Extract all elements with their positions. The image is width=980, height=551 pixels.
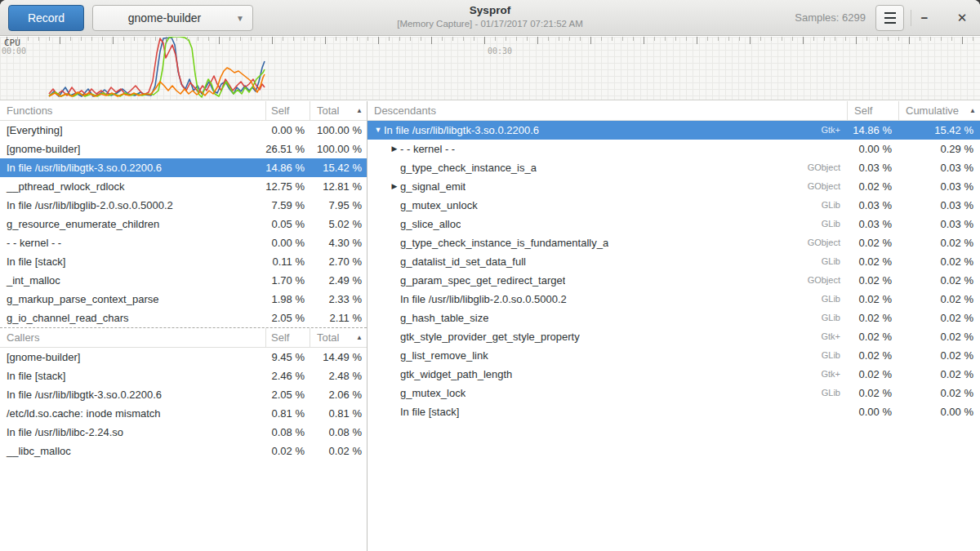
tree-row[interactable]: gtk_style_provider_get_style_propertyGtk… (368, 327, 980, 346)
tree-row[interactable]: g_list_remove_linkGLib0.02 %0.02 % (368, 346, 980, 365)
table-row[interactable]: In file [stack]2.46 %2.48 % (0, 367, 367, 385)
ruler-tick (516, 37, 517, 41)
cpu-graph[interactable]: CPU 00:00 00:30 (0, 37, 980, 100)
table-row[interactable]: g_markup_parse_context_parse1.98 %2.33 % (0, 290, 367, 309)
ruler-tick (208, 37, 209, 41)
expander-icon[interactable]: ▶ (389, 177, 400, 196)
functions-total-column-header[interactable]: Total ▲ (310, 101, 367, 120)
tree-row[interactable]: gtk_widget_path_lengthGtk+0.02 %0.02 % (368, 365, 980, 384)
ruler-tick (219, 37, 220, 44)
callers-column-header[interactable]: Callers (0, 328, 265, 347)
cell-cumulative: 0.03 % (898, 158, 980, 177)
cumulative-label: Cumulative (906, 101, 959, 120)
library-badge: GLib (822, 309, 847, 327)
minimize-button[interactable]: − (915, 8, 934, 28)
cell-self: 1.98 % (265, 290, 310, 309)
table-row[interactable]: In file /usr/lib/libgtk-3.so.0.2200.62.0… (0, 385, 367, 404)
callers-self-column-header[interactable]: Self (265, 328, 310, 347)
sysprof-window: Record gnome-builder ▼ Sysprof [Memory C… (0, 0, 980, 551)
table-row[interactable]: - - kernel - -0.00 %4.30 % (0, 233, 367, 252)
table-row[interactable]: [gnome-builder]26.51 %100.00 % (0, 140, 367, 158)
cell-cumulative: 0.03 % (898, 215, 980, 233)
descendants-cumulative-column-header[interactable]: Cumulative ▲ (898, 101, 980, 120)
tree-row[interactable]: In file [stack]0.00 %0.00 % (368, 402, 980, 421)
record-button[interactable]: Record (8, 5, 84, 31)
tree-row[interactable]: g_type_check_instance_is_fundamentally_a… (368, 233, 980, 252)
cell-function-name: In file /usr/lib/libglib-2.0.so.0.5000.2 (0, 196, 265, 215)
tree-row[interactable]: g_mutex_lockGLib0.02 %0.02 % (368, 384, 980, 402)
tree-row[interactable]: g_datalist_id_set_data_fullGLib0.02 %0.0… (368, 252, 980, 271)
cell-self: 0.02 % (847, 309, 898, 327)
tree-row[interactable]: ▼In file /usr/lib/libgtk-3.so.0.2200.6Gt… (368, 121, 980, 140)
sort-ascending-icon: ▲ (969, 101, 976, 120)
ruler-tick (113, 37, 114, 44)
table-row[interactable]: /etc/ld.so.cache: inode mismatch0.81 %0.… (0, 404, 367, 423)
ruler-tick (686, 37, 687, 41)
ruler-tick (537, 37, 538, 44)
cell-function-name: g_mutex_unlockGLib (368, 196, 847, 215)
table-row[interactable]: In file /usr/lib/libc-2.24.so0.08 %0.08 … (0, 423, 367, 442)
cpu-green-line (49, 37, 265, 97)
ruler-tick (123, 37, 124, 41)
cell-total: 15.42 % (310, 158, 367, 177)
functions-self-column-header[interactable]: Self (265, 101, 310, 120)
cell-function-name: [gnome-builder] (0, 348, 265, 367)
cell-function-name: g_list_remove_linkGLib (368, 346, 847, 365)
ruler-tick (145, 37, 145, 41)
table-row[interactable]: g_resource_enumerate_children0.05 %5.02 … (0, 215, 367, 233)
titlebar: Record gnome-builder ▼ Sysprof [Memory C… (0, 0, 980, 36)
ruler-tick (909, 37, 910, 44)
tree-row[interactable]: In file /usr/lib/libglib-2.0.so.0.5000.2… (368, 290, 980, 309)
ruler-tick (760, 37, 761, 41)
ruler-tick (336, 37, 336, 41)
cell-self: 0.03 % (847, 215, 898, 233)
cell-function-name: ▶g_signal_emitGObject (368, 177, 847, 196)
cell-self: 0.02 % (847, 346, 898, 365)
cell-function-name: __pthread_rwlock_rdlock (0, 177, 265, 196)
ruler-tick (91, 37, 92, 41)
close-button[interactable]: ✕ (952, 8, 972, 28)
tree-row[interactable]: ▶- - kernel - -0.00 %0.29 % (368, 140, 980, 158)
table-row[interactable]: __pthread_rwlock_rdlock12.75 %12.81 % (0, 177, 367, 196)
tree-row[interactable]: g_slice_allocGLib0.03 %0.03 % (368, 215, 980, 233)
ruler-tick (548, 37, 549, 41)
cell-cumulative: 0.02 % (898, 365, 980, 384)
tree-row[interactable]: ▶g_signal_emitGObject0.02 %0.03 % (368, 177, 980, 196)
callers-total-column-header[interactable]: Total ▲ (310, 328, 367, 347)
table-row[interactable]: [Everything]0.00 %100.00 % (0, 121, 367, 140)
target-process-dropdown[interactable]: gnome-builder ▼ (92, 5, 253, 31)
menu-button[interactable] (875, 5, 904, 31)
sort-ascending-icon: ▲ (356, 328, 363, 347)
table-row[interactable]: _int_malloc1.70 %2.49 % (0, 271, 367, 290)
table-row[interactable]: __libc_malloc0.02 %0.02 % (0, 442, 367, 460)
tree-row[interactable]: g_param_spec_get_redirect_targetGObject0… (368, 271, 980, 290)
functions-column-header[interactable]: Functions (0, 101, 265, 120)
expander-icon[interactable]: ▶ (389, 140, 400, 158)
ruler-tick (569, 37, 570, 41)
expander-icon[interactable]: ▼ (372, 121, 384, 140)
ruler-tick (357, 37, 358, 41)
library-badge: GLib (822, 215, 847, 233)
descendants-column-header[interactable]: Descendants (368, 101, 847, 120)
table-row[interactable]: In file /usr/lib/libglib-2.0.so.0.5000.2… (0, 196, 367, 215)
table-row[interactable]: g_io_channel_read_chars2.05 %2.11 % (0, 309, 367, 327)
ruler-tick (612, 37, 612, 41)
tree-row[interactable]: g_mutex_unlockGLib0.03 %0.03 % (368, 196, 980, 215)
table-row[interactable]: In file [stack]0.11 %2.70 % (0, 252, 367, 271)
cell-self: 7.59 % (265, 196, 310, 215)
cell-function-name: _int_malloc (0, 271, 265, 290)
samples-count: Samples: 6299 (795, 11, 866, 24)
library-badge: Gtk+ (821, 327, 847, 346)
tree-row[interactable]: g_hash_table_sizeGLib0.02 %0.02 % (368, 309, 980, 327)
cell-self: 26.51 % (265, 140, 310, 158)
ruler-tick (941, 37, 942, 41)
cell-function-name: g_hash_table_sizeGLib (368, 309, 847, 327)
tree-row[interactable]: g_type_check_instance_is_aGObject0.03 %0… (368, 158, 980, 177)
table-row[interactable]: [gnome-builder]9.45 %14.49 % (0, 348, 367, 367)
ruler-tick (484, 37, 485, 44)
descendants-self-column-header[interactable]: Self (847, 101, 898, 120)
table-row[interactable]: In file /usr/lib/libgtk-3.so.0.2200.614.… (0, 158, 367, 177)
cell-function-name: g_resource_enumerate_children (0, 215, 265, 233)
cell-self: 2.46 % (265, 367, 310, 385)
library-badge: GObject (808, 158, 847, 177)
